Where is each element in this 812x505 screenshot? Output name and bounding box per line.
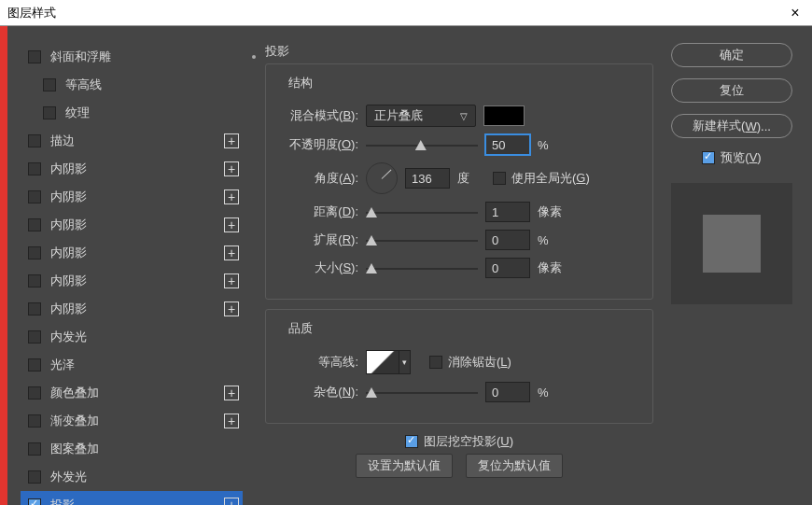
sidebar-checkbox[interactable]	[28, 330, 41, 344]
global-light-checkbox[interactable]: 使用全局光(G)	[493, 170, 590, 187]
angle-unit: 度	[457, 170, 485, 187]
ok-button[interactable]: 确定	[671, 43, 792, 67]
sidebar-item-12[interactable]: 颜色叠加+	[21, 379, 243, 407]
window-title: 图层样式	[7, 5, 56, 21]
sidebar-checkbox[interactable]	[28, 50, 41, 63]
opacity-slider[interactable]	[366, 137, 478, 152]
quality-group: 品质 等高线: ▾ 消除锯齿(L) 杂色(N): 0 %	[265, 309, 653, 424]
sidebar-item-14[interactable]: 图案叠加	[21, 435, 243, 463]
add-effect-icon[interactable]: +	[224, 274, 239, 288]
structure-group: 结构 混合模式(B): 正片叠底▽ 不透明度(O): 50 % 角度(A): 1…	[265, 63, 653, 300]
preview-box	[671, 183, 792, 304]
distance-slider[interactable]	[366, 204, 478, 219]
noise-unit: %	[538, 386, 566, 400]
shadow-color-swatch[interactable]	[483, 105, 525, 126]
add-effect-icon[interactable]: +	[224, 302, 239, 316]
spread-label: 扩展(R):	[279, 231, 358, 248]
size-label: 大小(S):	[279, 260, 358, 276]
spread-input[interactable]: 0	[485, 230, 530, 250]
resize-handle[interactable]	[250, 26, 258, 505]
noise-slider[interactable]	[366, 385, 478, 400]
contour-label: 等高线:	[279, 354, 358, 371]
preview-checkbox[interactable]: 预览(V)	[702, 149, 761, 166]
contour-dropdown[interactable]: ▾	[399, 350, 411, 374]
sidebar-checkbox[interactable]	[28, 386, 41, 400]
add-effect-icon[interactable]: +	[224, 161, 239, 176]
add-effect-icon[interactable]: +	[224, 245, 239, 260]
sidebar-item-label: 纹理	[65, 105, 90, 121]
add-effect-icon[interactable]: +	[224, 133, 239, 148]
sidebar-checkbox[interactable]	[28, 218, 41, 231]
sidebar-item-label: 描边	[50, 133, 75, 149]
sidebar-item-15[interactable]: 外发光	[21, 463, 243, 491]
angle-input[interactable]: 136	[405, 168, 450, 189]
sidebar-checkbox[interactable]	[28, 470, 41, 484]
new-style-button[interactable]: 新建样式(W)...	[671, 114, 792, 138]
size-input[interactable]: 0	[485, 258, 530, 278]
add-effect-icon[interactable]: +	[224, 414, 239, 428]
sidebar-item-label: 内阴影	[50, 301, 87, 317]
structure-legend: 结构	[285, 75, 316, 91]
sidebar-item-label: 内阴影	[50, 189, 87, 205]
close-button[interactable]: ×	[786, 5, 805, 21]
sidebar-item-label: 光泽	[50, 357, 75, 373]
add-effect-icon[interactable]: +	[224, 386, 239, 400]
sidebar-item-3[interactable]: 描边+	[21, 127, 243, 155]
sidebar-item-label: 图案叠加	[50, 441, 99, 457]
sidebar-item-label: 内阴影	[50, 245, 87, 261]
sidebar-item-13[interactable]: 渐变叠加+	[21, 407, 243, 435]
sidebar-checkbox[interactable]	[43, 106, 56, 119]
opacity-unit: %	[538, 138, 566, 152]
sidebar-item-4[interactable]: 内阴影+	[21, 155, 243, 183]
distance-label: 距离(D):	[279, 203, 358, 220]
sidebar-item-7[interactable]: 内阴影+	[21, 239, 243, 267]
quality-legend: 品质	[285, 320, 316, 337]
add-effect-icon[interactable]: +	[224, 189, 239, 204]
sidebar-checkbox[interactable]	[28, 358, 41, 372]
sidebar-item-label: 斜面和浮雕	[50, 49, 111, 65]
distance-input[interactable]: 1	[485, 202, 530, 222]
angle-dial[interactable]	[366, 162, 398, 194]
add-effect-icon[interactable]: +	[224, 498, 239, 505]
spread-slider[interactable]	[366, 232, 478, 247]
reset-default-button[interactable]: 复位为默认值	[466, 454, 563, 478]
sidebar-item-8[interactable]: 内阴影+	[21, 267, 243, 295]
make-default-button[interactable]: 设置为默认值	[356, 454, 453, 478]
opacity-input[interactable]: 50	[485, 134, 530, 155]
cancel-button[interactable]: 复位	[671, 78, 792, 103]
distance-unit: 像素	[538, 203, 566, 220]
contour-picker[interactable]	[366, 350, 399, 374]
sidebar-item-label: 投影	[50, 497, 75, 505]
sidebar-checkbox[interactable]	[28, 134, 41, 147]
sidebar-checkbox[interactable]	[28, 442, 41, 456]
sidebar-item-0[interactable]: 斜面和浮雕	[21, 43, 243, 71]
sidebar-checkbox[interactable]	[28, 498, 41, 505]
sidebar-item-10[interactable]: 内发光	[21, 323, 243, 351]
sidebar-item-9[interactable]: 内阴影+	[21, 295, 243, 323]
sidebar-checkbox[interactable]	[43, 78, 56, 91]
antialias-checkbox[interactable]: 消除锯齿(L)	[429, 354, 511, 371]
sidebar-item-6[interactable]: 内阴影+	[21, 211, 243, 239]
blend-mode-select[interactable]: 正片叠底▽	[366, 105, 476, 127]
sidebar-item-2[interactable]: 纹理	[21, 99, 243, 127]
sidebar-checkbox[interactable]	[28, 302, 41, 316]
sidebar-checkbox[interactable]	[28, 246, 41, 260]
sidebar-item-5[interactable]: 内阴影+	[21, 183, 243, 211]
sidebar-checkbox[interactable]	[28, 162, 41, 175]
sidebar-item-label: 内阴影	[50, 217, 87, 233]
sidebar-checkbox[interactable]	[28, 274, 41, 288]
knockout-checkbox[interactable]: 图层挖空投影(U)	[405, 433, 513, 450]
sidebar-item-11[interactable]: 光泽	[21, 351, 243, 379]
noise-input[interactable]: 0	[485, 382, 530, 402]
angle-label: 角度(A):	[279, 170, 358, 187]
size-slider[interactable]	[366, 260, 478, 275]
add-effect-icon[interactable]: +	[224, 217, 239, 232]
sidebar-checkbox[interactable]	[28, 190, 41, 203]
size-unit: 像素	[538, 260, 566, 276]
opacity-label: 不透明度(O):	[279, 136, 358, 153]
sidebar-checkbox[interactable]	[28, 414, 41, 428]
sidebar-item-1[interactable]: 等高线	[21, 71, 243, 99]
preview-swatch	[703, 215, 761, 273]
sidebar-item-label: 颜色叠加	[50, 385, 99, 401]
sidebar-item-16[interactable]: 投影+	[21, 491, 243, 505]
